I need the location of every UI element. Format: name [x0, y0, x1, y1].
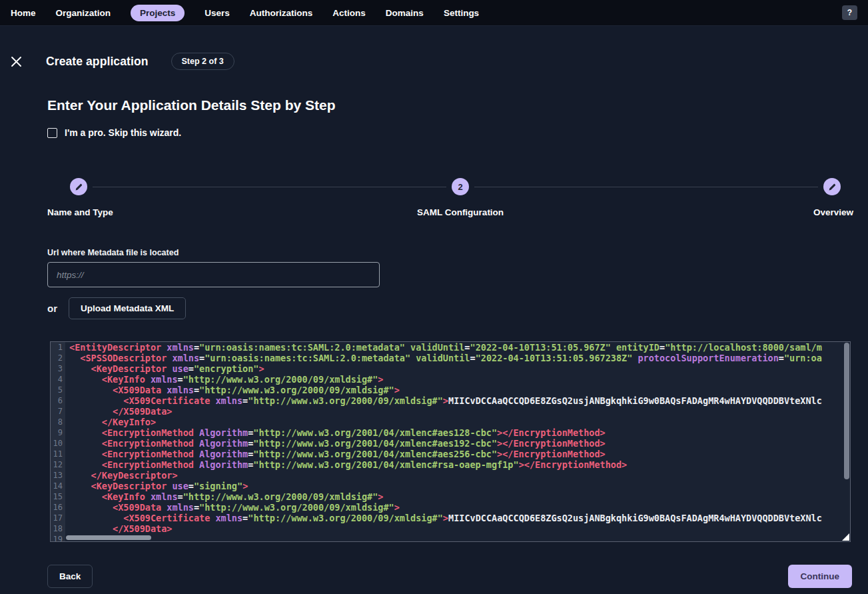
code-content: <KeyDescriptor use="encryption">: [65, 363, 850, 374]
code-content: <X509Certificate xmlns="http://www.w3.or…: [65, 513, 850, 523]
nav-item-users[interactable]: Users: [205, 8, 230, 18]
line-number: 15: [51, 491, 65, 502]
code-line: 1<EntityDescriptor xmlns="urn:oasis:name…: [51, 342, 850, 353]
line-number: 7: [51, 406, 65, 417]
horizontal-scrollbar[interactable]: [66, 535, 151, 540]
code-content: <EntityDescriptor xmlns="urn:oasis:names…: [65, 342, 850, 353]
line-number: 13: [51, 470, 65, 481]
code-line: 10 <EncryptionMethod Algorithm="http://w…: [51, 438, 850, 449]
line-number: 16: [51, 502, 65, 513]
code-line: 12 <EncryptionMethod Algorithm="http://w…: [51, 459, 850, 470]
code-line: 19: [51, 534, 850, 542]
top-navigation: HomeOrganizationProjectsUsersAuthorizati…: [0, 0, 868, 26]
skip-wizard-checkbox[interactable]: [47, 128, 57, 138]
line-number: 18: [51, 523, 65, 534]
code-line: 2 <SPSSODescriptor xmlns="urn:oasis:name…: [51, 353, 850, 363]
metadata-xml-editor[interactable]: 1<EntityDescriptor xmlns="urn:oasis:name…: [50, 341, 851, 542]
help-button[interactable]: ?: [842, 5, 857, 20]
step-3-circle[interactable]: [823, 178, 841, 195]
step-2-label: SAML Configuration: [417, 207, 504, 217]
code-content: <KeyDescriptor use="signing">: [65, 481, 850, 491]
pencil-icon: [828, 183, 837, 191]
code-lines: 1<EntityDescriptor xmlns="urn:oasis:name…: [51, 342, 850, 542]
code-content: </KeyDescriptor>: [65, 470, 850, 481]
line-number: 8: [51, 417, 65, 427]
code-content: </KeyInfo>: [65, 417, 850, 427]
line-number: 9: [51, 427, 65, 438]
code-content: <EncryptionMethod Algorithm="http://www.…: [65, 427, 850, 438]
step-2-circle[interactable]: 2: [452, 178, 469, 195]
line-number: 6: [51, 395, 65, 406]
code-content: <X509Data xmlns="http://www.w3.org/2000/…: [65, 502, 850, 513]
line-number: 4: [51, 374, 65, 385]
nav-item-domains[interactable]: Domains: [386, 8, 424, 18]
wizard-heading: Enter Your Application Details Step by S…: [47, 97, 868, 113]
code-content: <X509Data xmlns="http://www.w3.org/2000/…: [65, 385, 850, 395]
line-number: 19: [51, 534, 65, 542]
code-line: 11 <EncryptionMethod Algorithm="http://w…: [51, 449, 850, 459]
step-badge: Step 2 of 3: [171, 53, 234, 70]
stepper-labels: Name and Type SAML Configuration Overvie…: [0, 203, 868, 224]
or-label: or: [47, 303, 57, 314]
line-number: 5: [51, 385, 65, 395]
nav-item-settings[interactable]: Settings: [444, 8, 479, 18]
line-number: 10: [51, 438, 65, 449]
code-line: 8 </KeyInfo>: [51, 417, 850, 427]
code-content: </X509Data>: [65, 523, 850, 534]
close-button[interactable]: [8, 53, 24, 69]
step-1-circle[interactable]: [70, 178, 87, 195]
pencil-icon: [75, 183, 83, 191]
code-content: <EncryptionMethod Algorithm="http://www.…: [65, 449, 850, 459]
code-content: [65, 534, 850, 542]
nav-item-organization[interactable]: Organization: [56, 8, 111, 18]
code-content: <KeyInfo xmlns="http://www.w3.org/2000/0…: [65, 491, 850, 502]
metadata-url-label: Url where Metadata file is located: [47, 248, 868, 257]
upload-metadata-button[interactable]: Upload Metadata XML: [69, 297, 186, 319]
code-line: 5 <X509Data xmlns="http://www.w3.org/200…: [51, 385, 850, 395]
code-line: 9 <EncryptionMethod Algorithm="http://ww…: [51, 427, 850, 438]
line-number: 11: [51, 449, 65, 459]
nav-item-home[interactable]: Home: [11, 8, 36, 18]
step-1-label: Name and Type: [47, 207, 113, 217]
footer-actions: Back Continue: [0, 565, 868, 588]
or-row: or Upload Metadata XML: [47, 297, 868, 319]
resize-grip-icon[interactable]: [842, 533, 849, 541]
code-content: <X509Certificate xmlns="http://www.w3.or…: [65, 395, 850, 406]
code-content: <EncryptionMethod Algorithm="http://www.…: [65, 459, 850, 470]
line-number: 14: [51, 481, 65, 491]
nav-item-projects[interactable]: Projects: [131, 5, 185, 21]
code-line: 7 </X509Data>: [51, 406, 850, 417]
create-application-header: Create application Step 2 of 3: [0, 53, 868, 70]
skip-wizard-label: I'm a pro. Skip this wizard.: [65, 127, 181, 138]
line-number: 17: [51, 513, 65, 523]
line-number: 2: [51, 353, 65, 363]
code-line: 6 <X509Certificate xmlns="http://www.w3.…: [51, 395, 850, 406]
skip-wizard-row[interactable]: I'm a pro. Skip this wizard.: [47, 127, 868, 138]
code-line: 18 </X509Data>: [51, 523, 850, 534]
code-line: 16 <X509Data xmlns="http://www.w3.org/20…: [51, 502, 850, 513]
continue-button[interactable]: Continue: [788, 565, 853, 588]
code-line: 15 <KeyInfo xmlns="http://www.w3.org/200…: [51, 491, 850, 502]
code-line: 4 <KeyInfo xmlns="http://www.w3.org/2000…: [51, 374, 850, 385]
stepper-connector-2: [474, 187, 818, 187]
metadata-url-input[interactable]: [47, 262, 380, 287]
nav-item-actions[interactable]: Actions: [332, 8, 366, 18]
back-button[interactable]: Back: [47, 565, 93, 588]
close-icon: [11, 56, 22, 67]
step-3-label: Overview: [813, 207, 853, 217]
line-number: 1: [51, 342, 65, 353]
code-content: <KeyInfo xmlns="http://www.w3.org/2000/0…: [65, 374, 850, 385]
stepper-connector-1: [93, 187, 446, 187]
wizard-stepper: 2: [0, 178, 868, 197]
code-content: <SPSSODescriptor xmlns="urn:oasis:names:…: [65, 353, 850, 363]
code-line: 14 <KeyDescriptor use="signing">: [51, 481, 850, 491]
code-line: 17 <X509Certificate xmlns="http://www.w3…: [51, 513, 850, 523]
code-content: </X509Data>: [65, 406, 850, 417]
metadata-form: Url where Metadata file is located or Up…: [47, 248, 868, 319]
line-number: 3: [51, 363, 65, 374]
vertical-scrollbar[interactable]: [844, 343, 849, 479]
code-line: 13 </KeyDescriptor>: [51, 470, 850, 481]
code-line: 3 <KeyDescriptor use="encryption">: [51, 363, 850, 374]
line-number: 12: [51, 459, 65, 470]
nav-item-authorizations[interactable]: Authorizations: [250, 8, 313, 18]
